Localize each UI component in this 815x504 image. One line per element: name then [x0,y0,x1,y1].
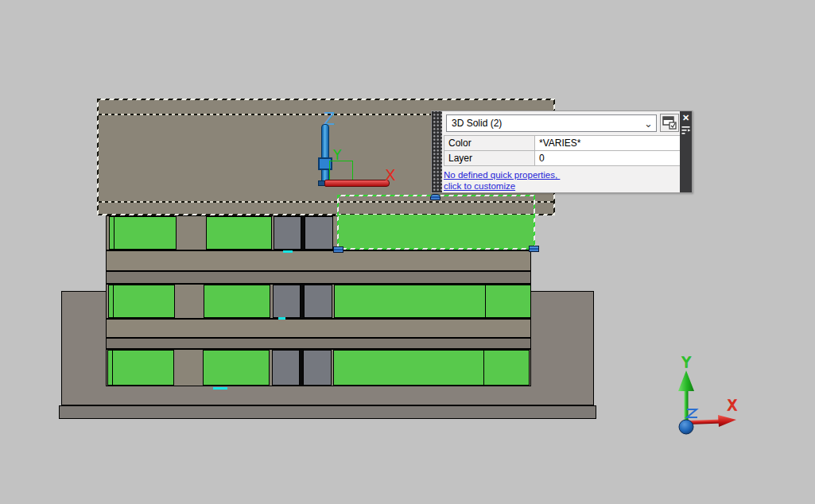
green-insert-block[interactable] [333,350,530,386]
shelf-band-2b[interactable] [106,338,531,349]
gray-center-block[interactable] [305,216,333,250]
ucs-origin-ball [679,420,693,434]
property-label-cell: Color [444,136,535,151]
selection-grip[interactable] [529,246,539,252]
customize-quick-properties-button[interactable] [660,114,679,132]
shelf-band-1b[interactable] [106,271,531,284]
ucs-x-label: X [728,397,737,413]
panel-side-strip: ✕ [680,111,692,192]
property-value-cell[interactable]: *VARIES* [535,136,686,151]
green-insert-block[interactable] [206,216,272,250]
gray-center-block[interactable] [273,285,301,318]
gray-center-block[interactable] [304,285,332,318]
gizmo-x-label: X [385,165,396,184]
property-label-cell: Layer [444,151,535,166]
block-edge-line [112,350,113,386]
highlight-edge-tick [283,250,293,253]
chevron-down-icon[interactable]: ⌄ [644,116,653,132]
gray-center-block[interactable] [274,216,301,250]
property-row: Layer 0 [444,151,686,166]
customize-link-line2[interactable]: click to customize [444,181,515,191]
gizmo-x-axis[interactable] [324,180,390,187]
block-edge-line [114,216,114,250]
highlight-edge-tick [278,317,285,320]
ucs-y-arrowhead [678,370,694,391]
selection-highlight-outline [337,195,535,250]
customize-link-line1[interactable]: No defined quick properties, [444,170,560,180]
gizmo-xy-plane-indicator[interactable] [329,161,353,182]
gizmo-y-label: Y [333,147,341,163]
green-insert-block[interactable] [109,216,177,250]
dynamic-ucs-gizmo[interactable]: Z Y X [314,110,409,193]
property-value-cell[interactable]: 0 [535,151,686,166]
ucs-y-axis [685,388,689,425]
object-type-value: 3D Solid (2) [452,118,502,129]
selection-grip[interactable] [430,194,440,200]
panel-grip-bar[interactable] [432,111,442,192]
gray-center-block[interactable] [272,350,300,386]
drawing-canvas[interactable]: Z Y X Y X 3D [0,0,815,504]
green-insert-block[interactable] [203,350,270,386]
shelf-band-2a[interactable] [106,319,531,338]
shelf-band-1a[interactable] [106,250,531,271]
green-insert-block[interactable] [107,350,174,386]
gizmo-z-axis[interactable] [321,124,329,184]
highlight-edge-tick [213,387,227,390]
object-type-select[interactable]: 3D Solid (2) ⌄ [446,114,657,132]
ucs-icon[interactable]: Y X [660,350,751,437]
ucs-y-label: Y [681,355,691,370]
block-edge-line [113,285,114,318]
quick-properties-panel: 3D Solid (2) ⌄ Color *VARIES* Layer 0 No… [431,110,693,193]
green-insert-block[interactable] [108,285,175,318]
options-icon[interactable] [681,125,691,136]
customize-icon [661,114,678,131]
properties-table: Color *VARIES* Layer 0 [444,135,686,166]
base-plate[interactable] [59,405,596,419]
property-row: Color *VARIES* [444,136,686,151]
green-insert-block[interactable] [204,285,270,318]
block-edge-line [485,285,486,318]
ucs-x-axis [689,420,722,425]
close-icon[interactable]: ✕ [681,113,691,123]
green-insert-block[interactable] [334,285,531,318]
gray-center-block[interactable] [303,350,332,386]
selection-grip[interactable] [333,246,343,253]
ucs-z-marker [687,409,697,417]
block-edge-line [483,350,484,386]
ucs-x-arrowhead [718,415,736,427]
